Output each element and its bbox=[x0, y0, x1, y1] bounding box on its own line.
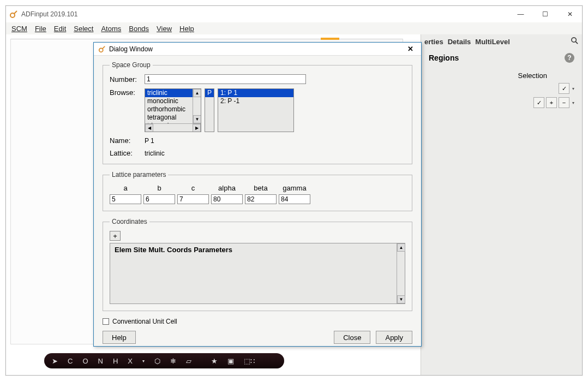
dialog-icon bbox=[98, 45, 106, 53]
selection-check2-button[interactable]: ✓ bbox=[533, 97, 544, 108]
tab-properties[interactable]: erties bbox=[424, 38, 443, 46]
regions-label: Regions bbox=[429, 53, 459, 62]
menubar: SCM File Edit Select Atoms Bonds View He… bbox=[6, 22, 582, 34]
coordinates-fieldset: Coordinates + Elem Site Mult. Coords Par… bbox=[103, 218, 412, 311]
active-tab-indicator bbox=[321, 38, 339, 40]
tool-plane-icon[interactable]: ▱ bbox=[186, 357, 191, 365]
list-item[interactable]: P bbox=[205, 89, 214, 97]
tool-carbon[interactable]: C bbox=[68, 357, 73, 365]
menu-scm[interactable]: SCM bbox=[11, 25, 27, 33]
menu-edit[interactable]: Edit bbox=[54, 25, 66, 33]
dialog-titlebar: Dialog Window ✕ bbox=[94, 43, 421, 56]
tool-halogen-dropdown-icon[interactable]: ▾ bbox=[142, 359, 145, 364]
tool-ring-icon[interactable]: ⬡ bbox=[154, 357, 160, 365]
minimize-button[interactable]: — bbox=[508, 6, 533, 22]
tool-snowflake-icon[interactable]: ❄ bbox=[170, 357, 176, 365]
search-icon[interactable] bbox=[571, 37, 579, 46]
lattice-gamma-input[interactable] bbox=[279, 194, 310, 204]
maximize-button[interactable]: ☐ bbox=[533, 6, 557, 22]
scroll-right-icon[interactable]: ▶ bbox=[193, 124, 201, 132]
crystal-system-listbox[interactable]: triclinic monoclinic orthorhombic tetrag… bbox=[145, 88, 201, 132]
add-coordinate-button[interactable]: + bbox=[110, 231, 121, 241]
coordinates-columns: Elem Site Mult. Coords Parameters bbox=[110, 243, 405, 256]
menu-file[interactable]: File bbox=[35, 25, 46, 33]
right-panel: erties Details MultiLevel Regions ? Sele… bbox=[421, 34, 582, 375]
coordinates-list[interactable]: Elem Site Mult. Coords Parameters ▲ ▼ bbox=[110, 243, 405, 304]
scrollbar-horizontal[interactable]: ◀ ▶ bbox=[145, 123, 201, 132]
app-window: ADFinput 2019.101 — ☐ ✕ SCM File Edit Se… bbox=[5, 5, 583, 376]
regions-help-icon[interactable]: ? bbox=[565, 53, 574, 63]
tool-box-icon[interactable]: ▣ bbox=[227, 357, 234, 365]
lattice-fieldset: Lattice parameters a b c alpha beta gamm… bbox=[103, 171, 412, 211]
scroll-up-icon[interactable]: ▲ bbox=[193, 89, 201, 97]
lattice-alpha-label: alpha bbox=[211, 184, 243, 192]
tab-details[interactable]: Details bbox=[448, 38, 471, 46]
sg-number-input[interactable] bbox=[145, 74, 306, 84]
lattice-a-input[interactable] bbox=[110, 194, 141, 204]
space-group-listbox[interactable]: 1: P 1 2: P -1 bbox=[218, 88, 294, 132]
selection-remove-button[interactable]: − bbox=[559, 97, 569, 108]
space-group-fieldset: Space Group Number: Browse: triclinic mo… bbox=[103, 61, 412, 164]
conventional-unit-cell-checkbox[interactable] bbox=[103, 318, 109, 325]
svg-line-5 bbox=[103, 46, 105, 48]
lattice-a-label: a bbox=[110, 184, 141, 192]
scrollbar-vertical[interactable]: ▲ ▼ bbox=[193, 89, 201, 123]
apply-button[interactable]: Apply bbox=[376, 331, 412, 344]
selection-dropdown2-icon[interactable]: ▾ bbox=[572, 100, 574, 105]
close-button[interactable]: Close bbox=[334, 331, 370, 344]
sg-name-label: Name: bbox=[110, 136, 140, 145]
selection-dropdown-icon[interactable]: ▾ bbox=[572, 86, 574, 91]
lattice-beta-input[interactable] bbox=[245, 194, 277, 204]
dialog-close-icon[interactable]: ✕ bbox=[404, 44, 417, 54]
lattice-c-label: c bbox=[177, 184, 209, 192]
sg-number-label: Number: bbox=[110, 75, 140, 84]
scrollbar-vertical[interactable]: ▲ ▼ bbox=[397, 243, 405, 303]
lattice-alpha-input[interactable] bbox=[211, 194, 243, 204]
window-controls: — ☐ ✕ bbox=[508, 6, 582, 22]
titlebar: ADFinput 2019.101 — ☐ ✕ bbox=[6, 6, 582, 22]
tool-hydrogen[interactable]: H bbox=[113, 357, 118, 365]
app-icon bbox=[9, 10, 18, 19]
lattice-legend: Lattice parameters bbox=[110, 171, 168, 178]
tool-oxygen[interactable]: O bbox=[82, 357, 88, 365]
scroll-up-icon[interactable]: ▲ bbox=[397, 243, 405, 252]
sg-browse-label: Browse: bbox=[110, 88, 140, 97]
tool-pointer-icon[interactable]: ➤ bbox=[52, 357, 58, 365]
help-button[interactable]: Help bbox=[103, 331, 136, 344]
sg-lattice-value: triclinic bbox=[145, 150, 165, 157]
app-title: ADFinput 2019.101 bbox=[21, 10, 77, 18]
close-button[interactable]: ✕ bbox=[557, 6, 582, 22]
centering-listbox[interactable]: P bbox=[205, 88, 214, 132]
scroll-left-icon[interactable]: ◀ bbox=[145, 124, 153, 132]
tool-star-icon[interactable]: ★ bbox=[211, 357, 218, 365]
sg-name-value: P 1 bbox=[145, 137, 154, 145]
scroll-down-icon[interactable]: ▼ bbox=[397, 295, 405, 303]
selection-add-button[interactable]: + bbox=[546, 97, 557, 108]
conventional-unit-cell-label: Conventional Unit Cell bbox=[112, 318, 177, 325]
lattice-b-label: b bbox=[143, 184, 175, 192]
tool-halogen[interactable]: X bbox=[128, 357, 133, 365]
svg-point-4 bbox=[99, 48, 103, 52]
selection-check-button[interactable]: ✓ bbox=[559, 83, 569, 94]
dialog-window: Dialog Window ✕ Space Group Number: Brow… bbox=[93, 42, 422, 347]
svg-point-2 bbox=[572, 38, 576, 42]
lattice-beta-label: beta bbox=[245, 184, 277, 192]
menu-view[interactable]: View bbox=[157, 25, 172, 33]
space-group-legend: Space Group bbox=[110, 61, 153, 69]
menu-atoms[interactable]: Atoms bbox=[101, 25, 121, 33]
lattice-b-input[interactable] bbox=[143, 194, 175, 204]
menu-bonds[interactable]: Bonds bbox=[129, 25, 149, 33]
right-panel-tabs: erties Details MultiLevel bbox=[421, 34, 582, 49]
tool-nitrogen[interactable]: N bbox=[98, 357, 103, 365]
menu-help[interactable]: Help bbox=[179, 25, 194, 33]
lattice-c-input[interactable] bbox=[177, 194, 209, 204]
list-item[interactable]: 2: P -1 bbox=[218, 97, 293, 105]
menu-select[interactable]: Select bbox=[74, 25, 93, 33]
svg-point-0 bbox=[10, 13, 15, 17]
list-item[interactable]: 1: P 1 bbox=[218, 89, 293, 97]
scroll-down-icon[interactable]: ▼ bbox=[193, 115, 201, 123]
tool-grid-icon[interactable]: ⬚∷ bbox=[244, 357, 255, 365]
sg-lattice-label: Lattice: bbox=[110, 149, 140, 157]
svg-line-3 bbox=[575, 41, 578, 44]
tab-multilevel[interactable]: MultiLevel bbox=[475, 38, 510, 46]
